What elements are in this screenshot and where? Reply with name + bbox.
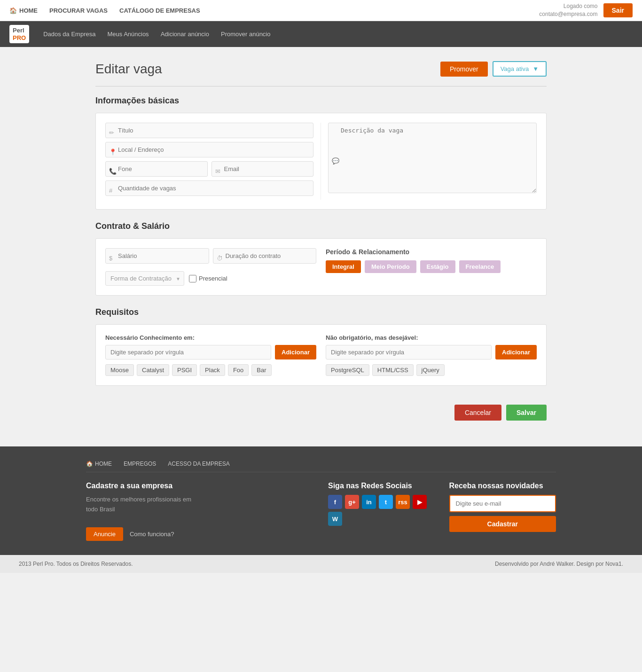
tag-postgresql: PostgreSQL (326, 364, 369, 376)
footer-nav-acesso[interactable]: ACESSO DA EMPRESA (168, 461, 229, 467)
salario-input[interactable] (105, 248, 209, 264)
anuncie-button[interactable]: Anuncie (86, 527, 123, 541)
qtd-input[interactable] (105, 180, 313, 196)
basic-info-card: ✏ 📍 📞 ✉ (95, 113, 547, 210)
periodo-freelance[interactable]: Freelance (459, 260, 501, 273)
hash-icon: # (109, 187, 112, 194)
subnav-adicionar[interactable]: Adicionar anúncio (161, 31, 209, 38)
twitter-icon[interactable]: t (379, 495, 393, 509)
promover-button[interactable]: Promover (440, 62, 488, 77)
newsletter-input[interactable] (449, 495, 556, 512)
fone-input[interactable] (105, 161, 208, 177)
desejavel-input[interactable] (326, 345, 492, 359)
nav-procurar[interactable]: PROCURAR VAGAS (49, 7, 108, 14)
chevron-down-icon: ▼ (532, 65, 539, 72)
requisitos-grid: Necessário Conhecimento em: Adicionar Mo… (105, 334, 537, 376)
titulo-input[interactable] (105, 123, 313, 138)
qtd-field-wrap: # (105, 180, 313, 200)
social-icons: f g+ in t rss ▶ W (328, 495, 435, 526)
phone-icon: 📞 (109, 167, 117, 174)
sub-navigation: Perl PRO Dados da Empresa Meus Anúncios … (0, 21, 642, 47)
clock-icon: ⏱ (217, 254, 223, 261)
top-navigation: 🏠 HOME PROCURAR VAGAS CATÁLOGO DE EMPRES… (0, 0, 642, 21)
forma-row: Forma de Contratação Presencial (105, 271, 316, 286)
periodo-meio-periodo[interactable]: Meio Período (365, 260, 416, 273)
tag-bar: Bar (251, 364, 271, 376)
footer-nav-empregos[interactable]: EMPREGOS (124, 461, 156, 467)
salario-field-wrap: $ (105, 248, 209, 267)
footer-cadastre-title: Cadastre a sua empresa (86, 482, 193, 490)
cadastrar-news-button[interactable]: Cadastrar (449, 516, 556, 532)
rss-icon[interactable]: rss (396, 495, 410, 509)
forma-select-wrap: Forma de Contratação (105, 271, 184, 286)
cancelar-button[interactable]: Cancelar (454, 405, 501, 421)
youtube-icon[interactable]: ▶ (413, 495, 427, 509)
footer-social-title: Siga nas Redes Sociais (328, 482, 435, 490)
footer-newsletter-title: Receba nossas novidades (449, 482, 556, 490)
periodo-estagio[interactable]: Estágio (420, 260, 455, 273)
vaga-ativa-dropdown[interactable]: Vaga ativa ▼ (493, 61, 547, 77)
footer-bottom: 2013 Perl Pro. Todos os Direitos Reserva… (0, 555, 642, 573)
contrato-title: Contrato & Salário (95, 221, 547, 231)
necessario-adicionar-button[interactable]: Adicionar (275, 345, 316, 359)
logo: Perl PRO (9, 25, 29, 43)
contract-left: $ ⏱ Forma de Contratação (105, 248, 316, 286)
req-necessario-section: Necessário Conhecimento em: Adicionar Mo… (105, 334, 316, 376)
salvar-button[interactable]: Salvar (506, 405, 547, 421)
desejavel-tags: PostgreSQL HTML/CSS jQuery (326, 364, 537, 376)
fone-field-wrap: 📞 (105, 161, 208, 180)
tag-catalyst: Catalyst (137, 364, 169, 376)
email-input[interactable] (211, 161, 314, 177)
contract-right: Período & Relacionamento Integral Meio P… (326, 248, 537, 286)
email-field-wrap: ✉ (211, 161, 314, 180)
footer-nav-home[interactable]: 🏠 HOME (86, 461, 112, 467)
forma-select[interactable]: Forma de Contratação (105, 271, 184, 286)
descricao-textarea[interactable] (328, 123, 537, 193)
como-funciona-link[interactable]: Como funciona? (130, 531, 174, 538)
desejavel-input-row: Adicionar (326, 345, 537, 359)
email-icon: ✉ (215, 167, 220, 174)
fone-email-row: 📞 ✉ (105, 161, 313, 180)
requisitos-card: Necessário Conhecimento em: Adicionar Mo… (95, 324, 547, 386)
linkedin-icon[interactable]: in (362, 495, 376, 509)
tag-jquery: jQuery (416, 364, 445, 376)
duracao-input[interactable] (213, 248, 317, 264)
footer-copyright: 2013 Perl Pro. Todos os Direitos Reserva… (19, 561, 133, 567)
divider-basic (95, 86, 547, 86)
local-input[interactable] (105, 142, 313, 157)
subnav-promover[interactable]: Promover anúncio (221, 31, 271, 38)
footer-col-empresa: Cadastre a sua empresa Encontre os melho… (86, 482, 193, 541)
contrato-card: $ ⏱ Forma de Contratação (95, 238, 547, 296)
main-container: Editar vaga Promover Vaga ativa ▼ Inform… (86, 61, 556, 428)
footer: 🏠 HOME EMPREGOS ACESSO DA EMPRESA Cadast… (0, 446, 642, 555)
subnav-dados[interactable]: Dados da Empresa (43, 31, 95, 38)
requisitos-title: Requisitos (95, 307, 547, 317)
tag-moose: Moose (105, 364, 134, 376)
top-nav-right: Logado como contato@empresa.com Sair (539, 2, 633, 18)
local-field-wrap: 📍 (105, 142, 313, 161)
nav-home[interactable]: 🏠 HOME (9, 7, 38, 14)
basic-info-title: Informações básicas (95, 96, 547, 106)
footer-col-newsletter: Receba nossas novidades Cadastrar (449, 482, 556, 541)
necessario-input[interactable] (105, 345, 271, 359)
necessario-tags: Moose Catalyst PSGI Plack Foo Bar (105, 364, 316, 376)
home-icon-footer: 🏠 (86, 461, 93, 467)
sair-button[interactable]: Sair (603, 3, 633, 17)
facebook-icon[interactable]: f (328, 495, 342, 509)
salario-duracao-row: $ ⏱ (105, 248, 316, 267)
wordpress-icon[interactable]: W (328, 512, 342, 526)
footer-grid: Cadastre a sua empresa Encontre os melho… (86, 482, 556, 541)
tag-htmlcss: HTML/CSS (372, 364, 414, 376)
page-title: Editar vaga (95, 62, 440, 77)
subnav-meus-anuncios[interactable]: Meus Anúncios (107, 31, 149, 38)
periodo-title: Período & Relacionamento (326, 248, 537, 256)
duracao-field-wrap: ⏱ (213, 248, 317, 267)
logged-as: Logado como contato@empresa.com (539, 2, 597, 18)
presencial-checkbox[interactable] (189, 275, 196, 282)
nav-catalogo[interactable]: CATÁLOGO DE EMPRESAS (119, 7, 200, 14)
footer-credits: Desenvolvido por André Walker. Design po… (495, 561, 623, 567)
googleplus-icon[interactable]: g+ (345, 495, 359, 509)
basic-info-grid: ✏ 📍 📞 ✉ (105, 123, 537, 200)
desejavel-adicionar-button[interactable]: Adicionar (495, 345, 537, 359)
periodo-integral[interactable]: Integral (326, 260, 361, 273)
